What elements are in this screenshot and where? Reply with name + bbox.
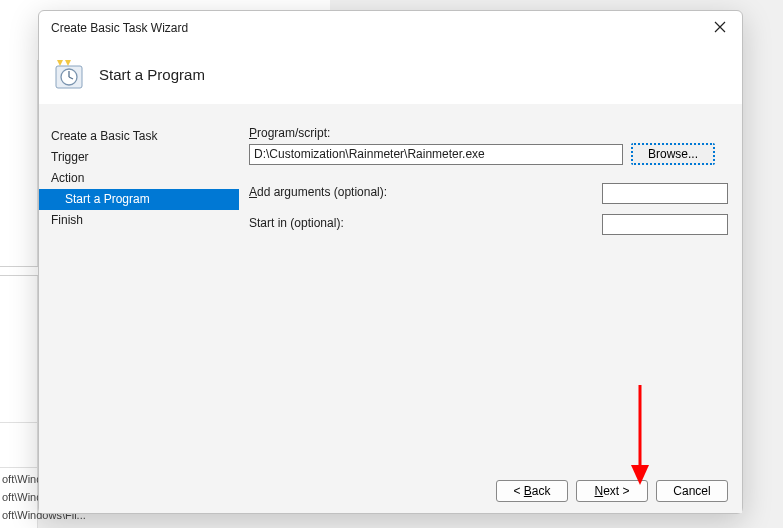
sidebar-item-action[interactable]: Action [39, 168, 239, 189]
bg-row: oft\Windo... [0, 470, 37, 488]
wizard-content: Create a Basic Task Trigger Action Start… [39, 104, 742, 469]
sidebar-item-trigger[interactable]: Trigger [39, 147, 239, 168]
background-divider [0, 266, 38, 276]
sidebar-item-finish[interactable]: Finish [39, 210, 239, 231]
clock-icon [53, 58, 85, 90]
browse-button[interactable]: Browse... [631, 143, 715, 165]
startin-input[interactable] [602, 214, 728, 235]
startin-label: Start in (optional): [249, 216, 344, 230]
arguments-label: Add arguments (optional): [249, 185, 387, 199]
titlebar-title: Create Basic Task Wizard [51, 21, 188, 35]
wizard-dialog: Create Basic Task Wizard Start a Program… [38, 10, 743, 514]
bg-row: oft\Windows\U... [0, 488, 37, 506]
cancel-button[interactable]: Cancel [656, 480, 728, 502]
close-icon [714, 21, 726, 33]
wizard-header: Start a Program [39, 44, 742, 104]
form-area: Program/script: Browse... Add arguments … [239, 104, 742, 469]
titlebar: Create Basic Task Wizard [39, 11, 742, 44]
wizard-footer: < Back Next > Cancel [39, 469, 742, 513]
background-window-left: oft\Windo... oft\Windows\U... oft\Window… [0, 60, 38, 528]
sidebar-item-create-task[interactable]: Create a Basic Task [39, 126, 239, 147]
wizard-sidebar: Create a Basic Task Trigger Action Start… [39, 104, 239, 469]
close-button[interactable] [708, 16, 732, 38]
arguments-input[interactable] [602, 183, 728, 204]
program-input[interactable] [249, 144, 623, 165]
sidebar-item-start-program[interactable]: Start a Program [39, 189, 239, 210]
svg-marker-0 [57, 60, 63, 66]
bg-row: oft\Windows\Fli... [0, 506, 37, 524]
back-button[interactable]: < Back [496, 480, 568, 502]
svg-marker-1 [65, 60, 71, 66]
program-label: Program/script: [249, 126, 728, 140]
next-button[interactable]: Next > [576, 480, 648, 502]
page-title: Start a Program [99, 66, 205, 83]
